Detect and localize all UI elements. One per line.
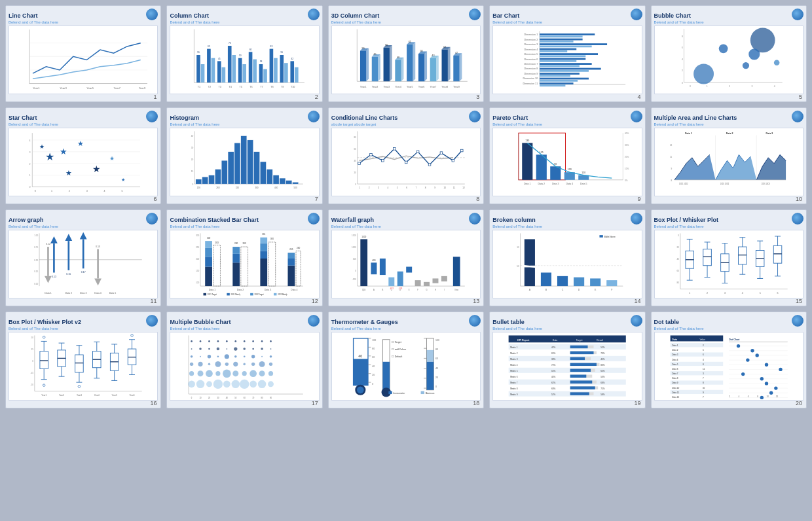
- svg-text:30: 30: [217, 397, 219, 399]
- svg-point-567: [357, 386, 364, 393]
- svg-point-150: [773, 60, 779, 66]
- svg-rect-615: [570, 346, 588, 348]
- card-title-block: Multiple Area and Line ChartsBelend and …: [654, 111, 737, 126]
- svg-rect-193: [261, 162, 267, 184]
- card-logo-icon: [469, 9, 481, 20]
- svg-text:12: 12: [462, 187, 465, 189]
- card-13[interactable]: Waterfall graphBelend and of The data he…: [328, 209, 484, 306]
- svg-text:G: G: [426, 289, 427, 291]
- svg-text:260: 260: [217, 187, 220, 189]
- svg-rect-417: [703, 249, 711, 266]
- svg-text:8: 8: [425, 187, 426, 189]
- svg-text:Data 5: Data 5: [580, 183, 587, 185]
- svg-point-545: [196, 380, 205, 389]
- svg-text:400: 400: [372, 259, 375, 262]
- svg-text:1500: 1500: [352, 234, 356, 237]
- card-title-block: Multiple Bubble ChartBelend and of The d…: [170, 315, 231, 331]
- card-10[interactable]: Multiple Area and Line ChartsBelend and …: [651, 107, 807, 204]
- card-12[interactable]: Combination Stacked Bar ChartBelend and …: [166, 209, 322, 306]
- svg-text:B: B: [545, 289, 547, 291]
- svg-text:4: 4: [773, 85, 775, 88]
- svg-rect-211: [381, 159, 384, 162]
- svg-rect-325: [261, 243, 268, 251]
- svg-text:Data 2: Data 2: [65, 292, 73, 295]
- card-14[interactable]: Broken columnBelend and of The data here…: [489, 209, 645, 306]
- card-2[interactable]: Column ChartBelend and of The data here …: [166, 5, 322, 102]
- svg-text:60: 60: [676, 270, 679, 272]
- svg-rect-663: [570, 392, 589, 395]
- svg-point-723: [779, 368, 782, 371]
- card-19[interactable]: Bullet tableBelend and of The data here …: [489, 312, 645, 408]
- svg-text:Dimension 4: Dimension 4: [525, 48, 538, 51]
- svg-rect-627: [570, 357, 585, 360]
- svg-text:283: 283: [215, 242, 219, 244]
- card-7[interactable]: HistogramBelend and of The data here 200…: [166, 107, 322, 204]
- card-18[interactable]: Thermometer & GaugesBelend and of The da…: [328, 312, 484, 408]
- svg-text:T4: T4: [229, 86, 232, 88]
- svg-rect-629: [509, 362, 626, 367]
- card-20[interactable]: Dot tableBelend and of The data here Dat…: [651, 312, 807, 408]
- svg-text:60: 60: [354, 148, 356, 151]
- svg-rect-359: [380, 259, 386, 275]
- svg-text:20: 20: [191, 158, 194, 161]
- card-6[interactable]: Star ChartBelend and of The data here 0 …: [5, 107, 161, 204]
- svg-rect-344: [251, 293, 253, 296]
- svg-marker-84: [448, 47, 451, 81]
- svg-text:Year2: Year2: [371, 86, 378, 88]
- card-logo-icon: [146, 315, 158, 327]
- svg-rect-191: [254, 152, 260, 184]
- chart-dottable: Data Value Data 1 2 Data 2 5 Data 3 6 Da…: [654, 332, 803, 401]
- card-9[interactable]: Pareto ChartBelend and of The data here …: [489, 107, 645, 204]
- card-header: Bubble ChartBelend and of The data here: [654, 9, 803, 24]
- svg-text:0.12: 0.12: [46, 243, 50, 245]
- svg-text:11: 11: [453, 187, 456, 189]
- card-number: 7: [315, 196, 318, 202]
- svg-text:300: 300: [270, 238, 274, 240]
- svg-text:2021 Target: 2021 Target: [208, 293, 217, 296]
- svg-rect-197: [280, 178, 286, 184]
- card-subtitle: Belend and of The data here: [492, 122, 542, 126]
- svg-text:80: 80: [435, 348, 438, 351]
- card-subtitle: Belend and of The data here: [9, 122, 58, 126]
- card-15[interactable]: Box Plot / Whisker PlotBelend and of The…: [651, 209, 807, 306]
- svg-point-717: [755, 353, 758, 357]
- svg-rect-79: [430, 58, 436, 82]
- svg-text:T5: T5: [240, 86, 242, 88]
- svg-rect-639: [570, 369, 591, 372]
- svg-text:30: 30: [191, 147, 194, 149]
- card-4[interactable]: Bar ChartBelend and of The data here Dim…: [489, 5, 645, 102]
- card-5[interactable]: Bubble ChartBelend and of The data here …: [651, 5, 807, 102]
- svg-rect-18: [217, 61, 221, 82]
- card-1[interactable]: Line ChartBelend and of The data here Ye…: [5, 5, 161, 102]
- svg-text:6: 6: [747, 395, 748, 398]
- svg-text:60: 60: [554, 163, 557, 166]
- card-8[interactable]: Conditional Line Chartsabcde target abcd…: [328, 107, 484, 204]
- svg-text:3: 3: [724, 292, 726, 295]
- chart-3dcolumn: 55 45 60 40: [331, 26, 481, 94]
- card-header: Combination Stacked Bar ChartBelend and …: [170, 213, 319, 228]
- svg-text:10%: 10%: [625, 168, 629, 170]
- chart-star: 0 1 2 3 4 ★ ★ ★ ★ ★ ★ ★ ★ 0 1 2 3 4 5: [9, 128, 158, 196]
- svg-rect-364: [406, 267, 412, 273]
- card-17[interactable]: Multiple Bubble ChartBelend and of The d…: [166, 312, 322, 408]
- svg-rect-602: [388, 391, 392, 394]
- svg-text:260: 260: [243, 242, 246, 245]
- card-3[interactable]: 3D Column ChartBelend and of The data he…: [328, 5, 484, 102]
- svg-text:Year6: Year6: [418, 86, 425, 88]
- svg-rect-190: [248, 140, 253, 184]
- svg-text:thermometer: thermometer: [393, 392, 405, 395]
- svg-text:Year1: Year1: [360, 86, 367, 88]
- svg-text:0: 0: [678, 234, 679, 237]
- svg-text:2: 2: [369, 187, 370, 189]
- card-16[interactable]: Box Plot / Whisker Plot v2Belend and of …: [5, 312, 161, 408]
- card-11[interactable]: Arrow graphBelend and of The data here 1…: [5, 209, 161, 306]
- svg-point-495: [200, 340, 202, 342]
- card-header: HistogramBelend and of The data here: [170, 111, 319, 126]
- svg-text:80: 80: [354, 136, 356, 139]
- svg-marker-284: [50, 236, 58, 243]
- svg-text:75%: 75%: [600, 387, 604, 390]
- svg-point-530: [244, 363, 246, 366]
- svg-rect-319: [233, 247, 240, 254]
- svg-rect-131: [540, 82, 574, 84]
- card-number: 13: [473, 298, 479, 304]
